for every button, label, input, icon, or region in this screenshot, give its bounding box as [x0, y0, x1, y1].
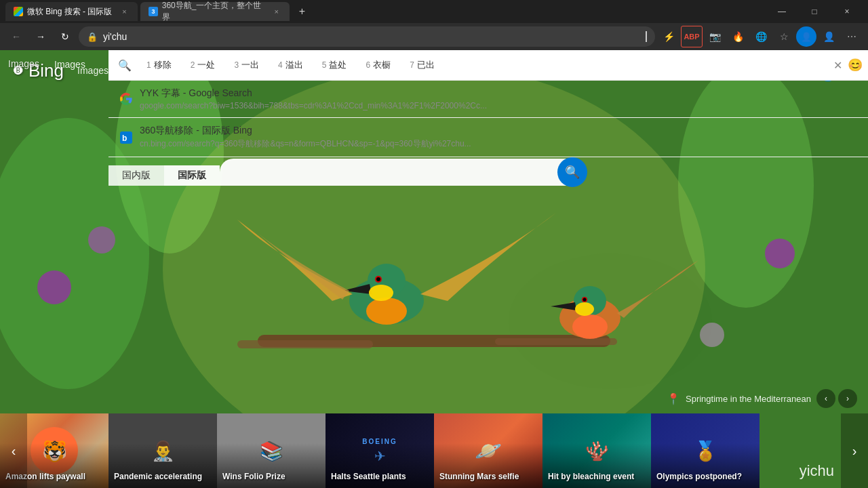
quick-item-2[interactable]: 2 一处: [182, 56, 224, 75]
news-card-title-mars: Stunning Mars selfie: [439, 472, 537, 483]
news-prev-button[interactable]: ‹: [0, 413, 27, 488]
search-with-tabs: 国内版 国际版 🔍: [108, 159, 868, 186]
news-card-title-bleaching: Hit by bleaching event: [548, 472, 646, 483]
svg-point-16: [376, 277, 380, 281]
translate-icon[interactable]: 🌐: [750, 26, 772, 47]
svg-point-7: [765, 239, 795, 268]
more-button[interactable]: ⋯: [841, 26, 863, 47]
window-controls: — □ ×: [766, 0, 863, 23]
quick-item-4[interactable]: 4 溢出: [270, 56, 311, 75]
address-bar: ← → ↻ 🔒 ⚡ ABP 📷 🔥 🌐 ☆ 👤 👤 ⋯: [0, 23, 868, 50]
user-icon[interactable]: 👤: [818, 26, 840, 47]
forward-button[interactable]: →: [30, 26, 52, 47]
refresh-button[interactable]: ↻: [54, 26, 76, 47]
prev-image-button[interactable]: ‹: [816, 389, 835, 408]
quick-item-7[interactable]: 7 已出: [401, 56, 443, 75]
back-button[interactable]: ←: [5, 26, 27, 47]
search-button[interactable]: 🔍: [557, 157, 587, 187]
tabs-container: 微软 Bing 搜索 - 国际版 × 3 360导航_一个主页，整个世界 × +: [5, 2, 311, 21]
autocomplete-area: 🔍 1 移除 2 一处 3 一出 4 溢出 5 益处 6: [108, 50, 868, 186]
international-tab[interactable]: 国际版: [164, 165, 220, 186]
search-toggle-icon[interactable]: 🔍: [114, 54, 136, 76]
suggestion-item-2[interactable]: b 360导航移除 - 国际版 Bing cn.bing.com/search?…: [108, 118, 868, 157]
location-pin-icon: 📍: [667, 392, 680, 405]
domestic-tab[interactable]: 国内版: [108, 165, 164, 186]
search-box[interactable]: [220, 159, 572, 186]
images-label[interactable]: Images: [54, 58, 85, 70]
browser-content: Images 🅑 Bing Images 🔔 👤 ≡ Images 🔍 1 移除…: [0, 50, 868, 488]
favorites-icon[interactable]: ☆: [773, 26, 795, 47]
tab-close-360[interactable]: ×: [271, 6, 281, 17]
tab-close-bing[interactable]: ×: [119, 6, 130, 17]
screenshot-icon[interactable]: 📷: [704, 26, 726, 47]
search-input[interactable]: [228, 166, 564, 178]
emoji-icon[interactable]: 😊: [848, 58, 863, 73]
toolbar-icons: ⚡ ABP 📷 🔥 🌐 ☆ 👤 👤 ⋯: [658, 26, 863, 47]
tab-favicon-360: 3: [149, 7, 157, 16]
tab-360[interactable]: 3 360导航_一个主页，整个世界 ×: [140, 2, 290, 21]
cursor: [646, 31, 647, 42]
search-box-container: 🔍: [220, 159, 572, 186]
version-tabs: 国内版 国际版: [108, 165, 220, 186]
fire-icon[interactable]: 🔥: [727, 26, 749, 47]
tab-label-360: 360导航_一个主页，整个世界: [162, 0, 264, 23]
profile-icon[interactable]: 👤: [796, 26, 816, 47]
location-text: Springtime in the Mediterranean: [686, 394, 811, 404]
svg-point-8: [700, 323, 724, 347]
close-button[interactable]: ×: [831, 0, 863, 23]
suggestion-text-2: 360导航移除 - 国际版 Bing cn.bing.com/search?q=…: [140, 125, 857, 150]
suggestion-item-1[interactable]: YYK 字幕 - Google Search google.com/search…: [108, 81, 868, 118]
quick-suggestions-bar: 🔍 1 移除 2 一处 3 一出 4 溢出 5 益处 6: [108, 50, 868, 81]
news-strip-wrapper: ‹ 🐯 Amazon lifts paywall: [0, 413, 868, 488]
svg-point-5: [37, 270, 71, 304]
nav-arrows: ‹ ›: [816, 389, 857, 408]
quick-item-3[interactable]: 3 一出: [226, 56, 267, 75]
svg-point-17: [366, 298, 407, 325]
suggestion-text-1: YYK 字幕 - Google Search google.com/search…: [140, 87, 857, 110]
images-text: Images: [54, 59, 85, 70]
svg-rect-12: [495, 338, 617, 345]
back-icon: ←: [12, 31, 21, 42]
add-tab-button[interactable]: +: [292, 2, 311, 21]
address-input-wrapper[interactable]: 🔒: [79, 26, 655, 47]
quick-item-5[interactable]: 5 益处: [314, 56, 355, 75]
bing-suggestion-icon: b: [119, 131, 133, 144]
news-next-button[interactable]: ›: [841, 413, 868, 488]
minimize-button[interactable]: —: [766, 0, 797, 23]
tab-label-bing: 微软 Bing 搜索 - 国际版: [27, 6, 112, 18]
news-card-bleaching[interactable]: 🪸 Hit by bleaching event: [542, 413, 651, 488]
svg-point-23: [572, 314, 608, 339]
images-link[interactable]: Images: [8, 58, 39, 69]
news-card-title-folio: Wins Folio Prize: [222, 472, 320, 483]
news-strip: 🐯 Amazon lifts paywall 👨‍⚕️ Pandemic acc…: [0, 413, 868, 488]
svg-rect-11: [237, 340, 373, 348]
tab-bing[interactable]: 微软 Bing 搜索 - 国际版 ×: [5, 2, 138, 21]
address-input[interactable]: [103, 31, 640, 42]
maximize-button[interactable]: □: [799, 0, 830, 23]
adblock-icon[interactable]: ABP: [681, 26, 703, 47]
edge-icon[interactable]: ⚡: [658, 26, 679, 47]
news-card-pandemic[interactable]: 👨‍⚕️ Pandemic accelerating: [108, 413, 217, 488]
title-bar: 微软 Bing 搜索 - 国际版 × 3 360导航_一个主页，整个世界 × +…: [0, 0, 868, 23]
news-card-boeing[interactable]: BOEING ✈ Halts Seattle plants: [326, 413, 434, 488]
location-bar: 📍 Springtime in the Mediterranean ‹ ›: [0, 384, 868, 413]
lock-icon: 🔒: [87, 32, 98, 42]
news-card-title-olympics: Olympics postponed?: [656, 472, 754, 483]
clear-input-icon[interactable]: ✕: [833, 59, 842, 72]
search-icon: 🔍: [565, 165, 580, 180]
tab-favicon-ms: [14, 7, 23, 16]
news-card-mars[interactable]: 🪐 Stunning Mars selfie: [434, 413, 542, 488]
google-icon: [119, 92, 133, 106]
svg-point-22: [583, 298, 587, 302]
news-card-title-boeing: Halts Seattle plants: [331, 472, 429, 483]
bottom-panel: 📍 Springtime in the Mediterranean ‹ › ‹ …: [0, 384, 868, 488]
news-card-folio[interactable]: 📚 Wins Folio Prize: [217, 413, 326, 488]
news-card-olympics[interactable]: 🏅 Olympics postponed?: [651, 413, 760, 488]
quick-item-6[interactable]: 6 衣橱: [357, 56, 399, 75]
svg-point-18: [369, 285, 393, 301]
next-image-button[interactable]: ›: [838, 389, 857, 408]
quick-item-1[interactable]: 1 移除: [138, 56, 180, 75]
svg-point-6: [88, 226, 115, 253]
news-card-title-pandemic: Pandemic accelerating: [114, 472, 212, 483]
watermark: yichu: [800, 462, 834, 480]
